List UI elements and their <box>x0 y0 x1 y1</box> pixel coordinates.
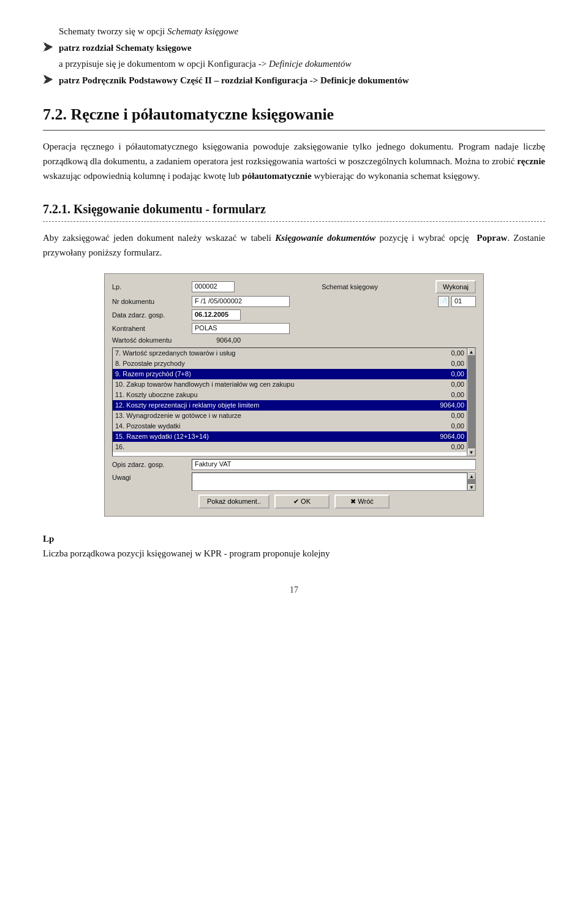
ok-button[interactable]: ✔ OK <box>274 495 330 509</box>
section-72-heading: 7.2. Ręczne i półautomatyczne księgowani… <box>43 104 545 125</box>
table-row[interactable]: 12. Koszty reprezentacji i reklamy objęt… <box>113 400 467 411</box>
section-72-para1: Operacja ręcznego i półautomatycznego ks… <box>43 139 545 183</box>
table-row[interactable]: 16.0,00 <box>113 442 467 452</box>
intro-line-2: ⮞ patrz rozdział Schematy księgowe <box>43 41 545 55</box>
booking-form: Lp. 000002 Schemat księgowy Wykonaj Nr d… <box>104 273 484 517</box>
uwagi-row: Uwagi ▲ ▼ <box>112 472 476 491</box>
table-row[interactable]: 9. Razem przychód (7+8)0,00 <box>113 369 467 379</box>
row-name: 7. Wartość sprzedanych towarów i usług <box>113 348 374 358</box>
arrow-icon-1: ⮞ <box>43 42 54 55</box>
row-name: 8. Pozostałe przychody <box>113 358 374 369</box>
lp-label: Lp. <box>112 283 192 290</box>
doc-icon[interactable]: 📄 <box>438 296 449 307</box>
row-value: 0,00 <box>374 411 467 421</box>
section-721-title: 7.2.1. Księgowanie dokumentu - formularz <box>43 200 545 218</box>
section-72-divider <box>43 130 545 131</box>
kontrahent-value[interactable]: POLAS <box>192 323 290 334</box>
intro-line-1: Schematy tworzy się w opcji Schematy ksi… <box>59 25 545 39</box>
row-value: 0,00 <box>374 348 467 358</box>
table-row[interactable]: 7. Wartość sprzedanych towarów i usług0,… <box>113 348 467 358</box>
row-name: 15. Razem wydatki (12+13+14) <box>113 431 374 442</box>
section-72-title: 7.2. Ręczne i półautomatyczne księgowani… <box>43 104 545 125</box>
nr-doc-value[interactable]: F /1 /05/000002 <box>192 296 290 307</box>
row-value: 0,00 <box>374 379 467 390</box>
uwagi-scroll-down[interactable]: ▼ <box>468 484 475 490</box>
row-name: 11. Koszty uboczne zakupu <box>113 390 374 400</box>
data-value[interactable]: 06.12.2005 <box>192 309 241 321</box>
scrollbar[interactable]: ▲ ▼ <box>467 348 475 456</box>
table-row[interactable]: 8. Pozostałe przychody0,00 <box>113 358 467 369</box>
kontrahent-label: Kontrahent <box>112 325 192 332</box>
uwagi-scroll-up[interactable]: ▲ <box>468 473 475 479</box>
footer-section: Lp Liczba porządkowa pozycji księgowanej… <box>43 531 545 561</box>
row-value: 0,00 <box>374 421 467 431</box>
row-value: 0,00 <box>374 358 467 369</box>
intro-block: Schematy tworzy się w opcji Schematy ksi… <box>43 25 545 87</box>
section-721-heading: 7.2.1. Księgowanie dokumentu - formularz <box>43 200 545 218</box>
section-721-para1: Aby zaksięgować jeden dokument należy ws… <box>43 230 545 260</box>
uwagi-input[interactable] <box>192 472 467 491</box>
scroll-down-btn[interactable]: ▼ <box>468 449 475 456</box>
wartosc-label: Wartość dokumentu <box>112 336 192 344</box>
form-buttons: Pokaż dokument.. ✔ OK ✖ Wróć <box>112 495 476 509</box>
footer-lp-label: Lp Liczba porządkowa pozycji księgowanej… <box>43 531 545 561</box>
table-row[interactable]: 13. Wynagrodzenie w gotówce i w naturze0… <box>113 411 467 421</box>
data-label: Data zdarz. gosp. <box>112 311 192 319</box>
intro-line-4: ⮞ patrz Podręcznik Podstawowy Część II –… <box>43 74 545 88</box>
opis-label: Opis zdarz. gosp. <box>112 461 192 468</box>
row-value: 9064,00 <box>374 431 467 442</box>
booking-table: 7. Wartość sprzedanych towarów i usług0,… <box>112 347 476 457</box>
row-name: 14. Pozostałe wydatki <box>113 421 374 431</box>
opis-row: Opis zdarz. gosp. Faktury VAT <box>112 459 476 470</box>
table-row[interactable]: 14. Pozostałe wydatki0,00 <box>113 421 467 431</box>
schema-nr[interactable]: 01 <box>451 296 476 307</box>
lp-value[interactable]: 000002 <box>192 281 235 292</box>
schemat-label: Schemat księgowy <box>322 283 378 290</box>
row-name: 10. Zakup towarów handlowych i materiałó… <box>113 379 374 390</box>
table-row[interactable]: 11. Koszty uboczne zakupu0,00 <box>113 390 467 400</box>
uwagi-scrollbar[interactable]: ▲ ▼ <box>467 472 476 491</box>
nr-doc-label: Nr dokumentu <box>112 298 192 305</box>
uwagi-label: Uwagi <box>112 472 192 481</box>
row-value: 0,00 <box>374 390 467 400</box>
page-number: 17 <box>43 585 545 595</box>
opis-value[interactable]: Faktury VAT <box>192 459 476 470</box>
wartosc-value: 9064,00 <box>192 336 241 344</box>
items-table: 7. Wartość sprzedanych towarów i usług0,… <box>113 348 467 452</box>
wróć-button[interactable]: ✖ Wróć <box>334 495 390 509</box>
table-row[interactable]: 15. Razem wydatki (12+13+14)9064,00 <box>113 431 467 442</box>
row-value: 0,00 <box>374 442 467 452</box>
row-name: 9. Razem przychód (7+8) <box>113 369 374 379</box>
row-name: 12. Koszty reprezentacji i reklamy objęt… <box>113 400 374 411</box>
row-value: 9064,00 <box>374 400 467 411</box>
arrow-icon-2: ⮞ <box>43 74 54 87</box>
wykonaj-button[interactable]: Wykonaj <box>435 280 476 294</box>
section-721-divider <box>43 221 545 222</box>
scroll-up-btn[interactable]: ▲ <box>468 348 475 355</box>
row-name: 16. <box>113 442 374 452</box>
table-row[interactable]: 10. Zakup towarów handlowych i materiałó… <box>113 379 467 390</box>
row-value: 0,00 <box>374 369 467 379</box>
intro-line-3: a przypisuje się je dokumentom w opcji K… <box>59 57 545 71</box>
row-name: 13. Wynagrodzenie w gotówce i w naturze <box>113 411 374 421</box>
pokaz-dokument-button[interactable]: Pokaż dokument.. <box>198 495 270 509</box>
